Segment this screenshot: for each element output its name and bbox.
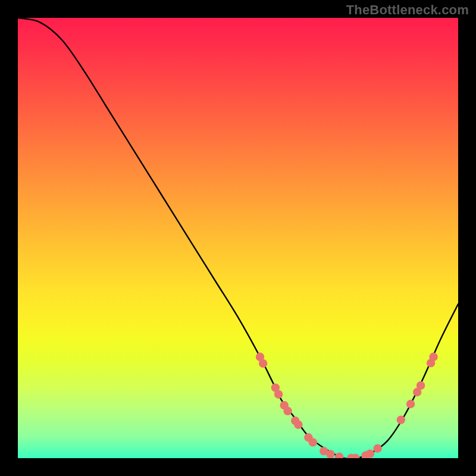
scatter-marker (335, 453, 343, 458)
scatter-marker (366, 449, 374, 458)
scatter-marker (259, 359, 267, 368)
scatter-marker (274, 390, 283, 399)
scatter-marker (309, 438, 317, 446)
scatter-marker (416, 381, 425, 390)
scatter-marker (429, 353, 437, 361)
scatter-markers (256, 353, 438, 458)
scatter-marker (294, 421, 302, 429)
bottleneck-curve (18, 18, 458, 458)
scatter-marker (397, 415, 405, 424)
scatter-marker (406, 400, 415, 408)
scatter-marker (283, 407, 292, 415)
chart-svg (18, 18, 458, 458)
chart-area (18, 18, 458, 458)
scatter-marker (326, 450, 334, 458)
watermark-text: TheBottleneck.com (346, 2, 469, 18)
scatter-marker (373, 444, 381, 453)
